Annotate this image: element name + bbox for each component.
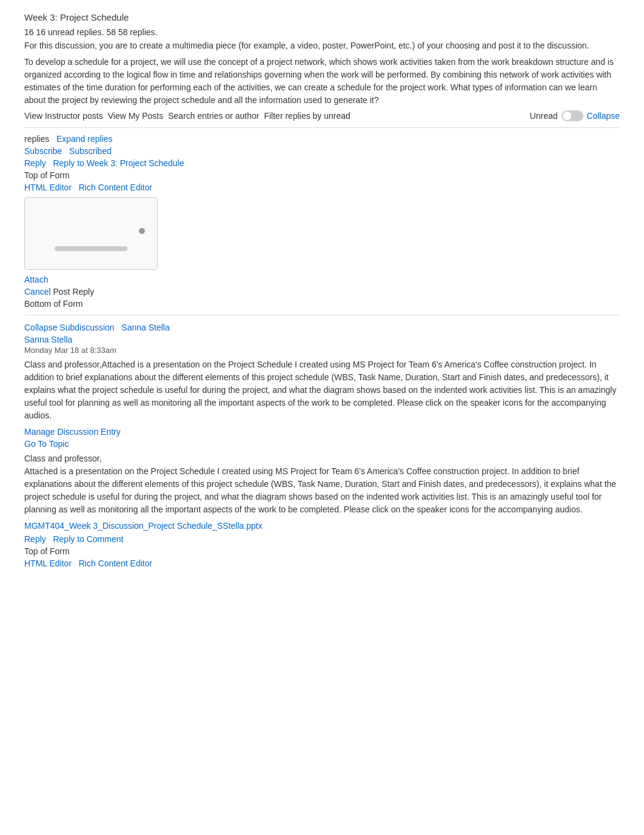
top-of-form: Top of Form: [24, 170, 620, 180]
form-actions-row: Cancel Post Reply: [24, 287, 620, 297]
comment-body-2: Class and professor, Attached is a prese…: [24, 452, 620, 516]
author-header-link[interactable]: Sanna Stella: [121, 323, 169, 332]
comment-rich-content-editor-link[interactable]: Rich Content Editor: [79, 558, 152, 568]
description-1: For this discussion, you are to create a…: [24, 39, 620, 52]
attach-link[interactable]: Attach: [24, 275, 49, 284]
comment-body-1: Class and professor,Attached is a presen…: [24, 358, 620, 422]
attachment-link[interactable]: MGMT404_Week 3_Discussion_Project Schedu…: [24, 521, 620, 531]
reply-to-schedule-row: Reply Reply to Week 3: Project Schedule: [24, 158, 620, 168]
go-to-topic-link[interactable]: Go To Topic: [24, 439, 69, 449]
comment-divider: [24, 315, 620, 315]
reply-section: replies Expand replies Subscribe Subscri…: [24, 134, 620, 309]
collapse-link[interactable]: Collapse: [587, 111, 620, 121]
comment-author-link[interactable]: Sanna Stella: [24, 335, 72, 344]
collapse-subdiscussion-link[interactable]: Collapse Subdiscussion: [24, 323, 115, 332]
editor-links-row: HTML Editor Rich Content Editor: [24, 183, 620, 192]
go-to-topic-row: Go To Topic: [24, 439, 620, 449]
comment-author-row: Sanna Stella: [24, 335, 620, 344]
reply-link[interactable]: Reply: [24, 158, 46, 168]
reply-editor-box[interactable]: [24, 197, 158, 270]
manage-discussion-entry-link[interactable]: Manage Discussion Entry: [24, 427, 121, 437]
description-2: To develop a schedule for a project, we …: [24, 56, 620, 107]
view-my-posts[interactable]: View My Posts: [108, 111, 164, 121]
expand-replies[interactable]: Expand replies: [56, 134, 113, 144]
filter-unread[interactable]: Filter replies by unread: [264, 111, 350, 121]
search-entries[interactable]: Search entries or author: [168, 111, 259, 121]
post-reply-button[interactable]: Post Reply: [53, 287, 94, 297]
bottom-of-form: Bottom of Form: [24, 299, 620, 309]
comment-date: Monday Mar 18 at 8:33am: [24, 346, 620, 355]
toggle-thumb: [563, 112, 571, 120]
attach-row: Attach: [24, 275, 620, 284]
replies-expand-row: replies Expand replies: [24, 134, 620, 144]
view-instructor-posts[interactable]: View Instructor posts: [24, 111, 103, 121]
subscribe-row: Subscribe Subscribed: [24, 146, 620, 156]
replies-label: replies: [24, 134, 49, 144]
editor-dot: [139, 228, 145, 234]
discussion-toolbar: View Instructor posts View My Posts Sear…: [24, 110, 620, 121]
reply-to-comment-link[interactable]: Reply to Comment: [53, 534, 123, 544]
unread-toggle[interactable]: [562, 110, 583, 121]
editor-bar: [55, 246, 127, 251]
reply-to-comment-row: Reply Reply to Comment: [24, 534, 620, 544]
comment-html-editor-link[interactable]: HTML Editor: [24, 558, 72, 568]
comment-block: Collapse Subdiscussion Sanna Stella Sann…: [24, 323, 620, 568]
collapse-subdiscussion-row: Collapse Subdiscussion Sanna Stella: [24, 323, 620, 332]
comment-top-of-form: Top of Form: [24, 546, 620, 556]
discussion-title: Week 3: Project Schedule: [24, 12, 620, 22]
reply-to-schedule-link[interactable]: Reply to Week 3: Project Schedule: [53, 158, 184, 168]
unread-label: Unread: [530, 111, 558, 121]
subscribe-link[interactable]: Subscribe: [24, 146, 62, 156]
title-text: Week 3: Project Schedule: [24, 12, 129, 22]
subscribed-link[interactable]: Subscribed: [69, 146, 112, 156]
toolbar-divider: [24, 127, 620, 128]
rich-content-editor-link[interactable]: Rich Content Editor: [79, 183, 152, 192]
cancel-link[interactable]: Cancel: [24, 287, 51, 297]
html-editor-link[interactable]: HTML Editor: [24, 183, 72, 192]
reply-count: 16 16 unread replies. 58 58 replies.: [24, 27, 620, 37]
reply-comment-link[interactable]: Reply: [24, 534, 46, 544]
manage-entry-row: Manage Discussion Entry: [24, 427, 620, 437]
comment-editor-links-row: HTML Editor Rich Content Editor: [24, 558, 620, 568]
